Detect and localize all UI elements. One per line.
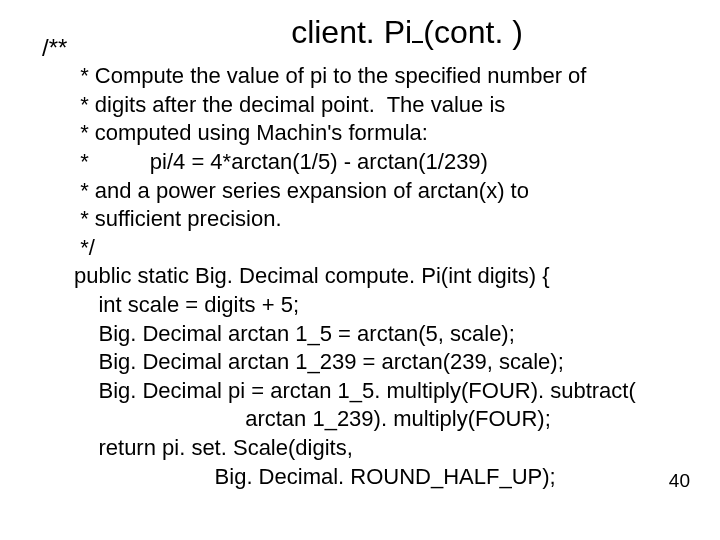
code-body: * Compute the value of pi to the specifi… (74, 62, 678, 491)
title-cursor (412, 41, 423, 43)
page-number: 40 (669, 470, 690, 492)
title-right: (cont. ) (423, 14, 523, 50)
slide: client. Pi(cont. ) /** * Compute the val… (0, 0, 720, 540)
title-left: client. Pi (291, 14, 412, 50)
